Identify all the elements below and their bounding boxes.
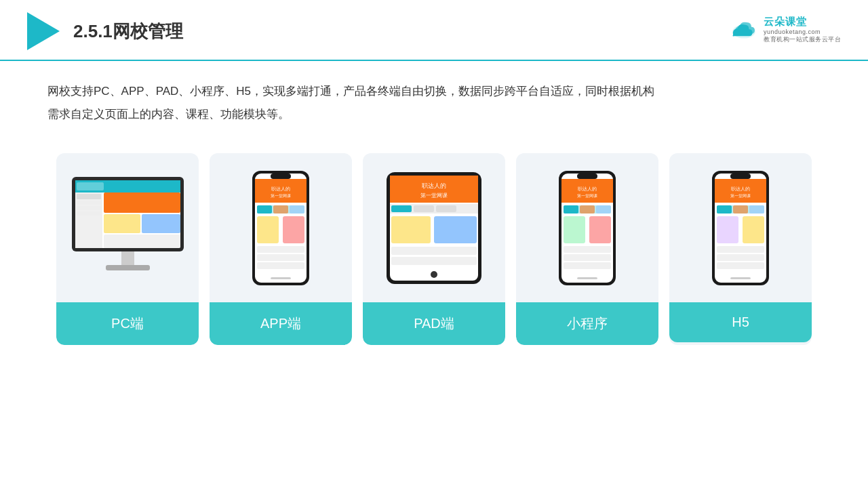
card-mini: 职达人的 第一堂网课 小程序 bbox=[516, 153, 658, 345]
svg-rect-14 bbox=[121, 251, 134, 265]
svg-rect-54 bbox=[580, 205, 595, 214]
description-paragraph: 网校支持PC、APP、PAD、小程序、H5，实现多端打通，产品各终端自由切换，数… bbox=[47, 80, 821, 126]
brand-name: 云朵课堂 bbox=[764, 16, 807, 28]
card-pc-label: PC端 bbox=[56, 302, 199, 345]
h5-phone-icon: 职达人的 第一堂网课 bbox=[710, 169, 771, 287]
svg-rect-25 bbox=[290, 205, 304, 214]
logo-triangle-icon bbox=[27, 12, 60, 50]
card-pad-label: PAD端 bbox=[363, 302, 505, 345]
svg-rect-70 bbox=[733, 205, 748, 214]
svg-text:职达人的: 职达人的 bbox=[578, 186, 597, 192]
svg-rect-12 bbox=[142, 214, 180, 233]
svg-rect-26 bbox=[257, 216, 279, 243]
svg-rect-45 bbox=[391, 257, 477, 265]
page-title: 2.5.1网校管理 bbox=[73, 20, 183, 43]
svg-text:第一堂网课: 第一堂网课 bbox=[730, 194, 751, 198]
svg-rect-59 bbox=[564, 254, 611, 261]
svg-rect-64 bbox=[730, 174, 751, 179]
svg-point-34 bbox=[431, 271, 437, 278]
page-header: 2.5.1网校管理 云朵课堂 yunduoketang.com 教育机构一站式服… bbox=[0, 0, 868, 61]
brand-tagline: 教育机构一站式服务云平台 bbox=[764, 35, 841, 44]
svg-text:职达人的: 职达人的 bbox=[422, 182, 446, 189]
svg-text:第一堂网课: 第一堂网课 bbox=[420, 192, 448, 199]
cloud-icon bbox=[730, 19, 758, 41]
svg-rect-48 bbox=[577, 174, 597, 179]
svg-rect-30 bbox=[257, 262, 304, 269]
svg-rect-15 bbox=[106, 265, 150, 270]
pc-monitor-icon bbox=[68, 170, 187, 285]
card-app-image: 职达人的 第一堂网课 bbox=[210, 153, 352, 302]
svg-rect-28 bbox=[257, 246, 304, 253]
card-mini-image: 职达人的 第一堂网课 bbox=[516, 153, 658, 302]
svg-rect-77 bbox=[730, 277, 751, 279]
svg-rect-4 bbox=[77, 182, 104, 190]
card-app-label: APP端 bbox=[210, 302, 352, 345]
card-app: 职达人的 第一堂网课 APP端 bbox=[210, 153, 352, 345]
svg-rect-7 bbox=[77, 201, 101, 205]
brand-url: yunduoketang.com bbox=[764, 28, 821, 35]
svg-text:职达人的: 职达人的 bbox=[271, 186, 290, 192]
svg-rect-35 bbox=[390, 176, 478, 203]
svg-rect-73 bbox=[743, 216, 764, 243]
card-pc-image bbox=[56, 153, 199, 302]
svg-rect-24 bbox=[273, 205, 288, 214]
svg-rect-61 bbox=[577, 277, 597, 279]
card-pc: PC端 bbox=[56, 153, 199, 345]
svg-text:职达人的: 职达人的 bbox=[731, 186, 750, 192]
mini-phone-icon: 职达人的 第一堂网课 bbox=[557, 169, 618, 287]
card-pad: 职达人的 第一堂网课 PAD端 bbox=[363, 153, 505, 345]
svg-rect-55 bbox=[596, 205, 611, 214]
svg-text:第一堂网课: 第一堂网课 bbox=[271, 194, 291, 198]
svg-rect-74 bbox=[717, 246, 764, 253]
svg-rect-56 bbox=[564, 216, 585, 243]
cards-container: PC端 职达人的 第一堂网课 bbox=[0, 140, 868, 345]
brand-logo: 云朵课堂 yunduoketang.com 教育机构一站式服务云平台 bbox=[730, 16, 841, 44]
svg-rect-43 bbox=[434, 216, 477, 243]
svg-rect-75 bbox=[717, 254, 764, 261]
svg-rect-9 bbox=[77, 211, 101, 216]
svg-rect-31 bbox=[271, 277, 291, 279]
svg-rect-23 bbox=[257, 205, 272, 214]
svg-rect-76 bbox=[717, 262, 764, 269]
svg-rect-40 bbox=[414, 205, 434, 212]
svg-rect-58 bbox=[564, 246, 611, 253]
svg-rect-69 bbox=[717, 205, 732, 214]
svg-rect-27 bbox=[283, 216, 304, 243]
svg-rect-13 bbox=[104, 235, 180, 248]
card-h5: 职达人的 第一堂网课 H5 bbox=[669, 153, 812, 345]
description-text: 网校支持PC、APP、PAD、小程序、H5，实现多端打通，产品各终端自由切换，数… bbox=[0, 61, 868, 140]
svg-rect-60 bbox=[564, 262, 611, 269]
svg-rect-53 bbox=[564, 205, 578, 214]
card-mini-label: 小程序 bbox=[516, 302, 658, 345]
card-h5-image: 职达人的 第一堂网课 bbox=[669, 153, 812, 302]
svg-rect-6 bbox=[77, 194, 101, 199]
brand-text: 云朵课堂 yunduoketang.com 教育机构一站式服务云平台 bbox=[764, 16, 841, 44]
svg-rect-11 bbox=[104, 214, 140, 233]
pad-tablet-icon: 职达人的 第一堂网课 bbox=[383, 169, 485, 287]
svg-text:第一堂网课: 第一堂网课 bbox=[577, 194, 597, 198]
svg-rect-72 bbox=[717, 216, 738, 243]
card-pad-image: 职达人的 第一堂网课 bbox=[363, 153, 505, 302]
svg-rect-57 bbox=[589, 216, 611, 243]
svg-rect-10 bbox=[104, 192, 180, 213]
svg-rect-18 bbox=[271, 174, 291, 179]
svg-rect-44 bbox=[391, 247, 477, 255]
svg-rect-39 bbox=[391, 205, 412, 212]
svg-rect-41 bbox=[436, 205, 456, 212]
card-h5-label: H5 bbox=[669, 302, 812, 342]
svg-rect-42 bbox=[391, 216, 431, 243]
svg-rect-29 bbox=[257, 254, 304, 261]
svg-rect-8 bbox=[77, 206, 101, 210]
svg-rect-71 bbox=[749, 205, 764, 214]
app-phone-icon: 职达人的 第一堂网课 bbox=[250, 169, 311, 287]
